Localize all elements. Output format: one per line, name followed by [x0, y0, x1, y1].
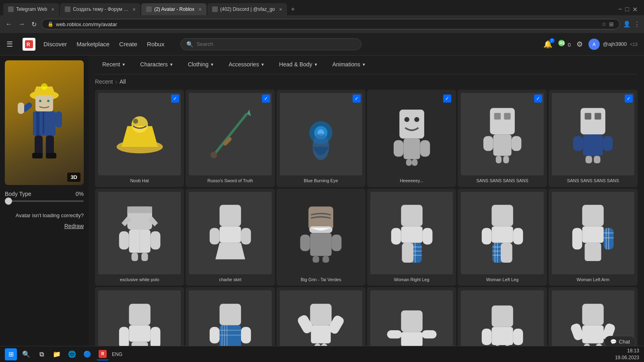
- tab-close[interactable]: ✕: [51, 7, 54, 12]
- svg-rect-78: [422, 228, 432, 245]
- taskbar-roblox-active[interactable]: R: [97, 348, 109, 360]
- svg-rect-133: [491, 327, 513, 345]
- item-toy-idle[interactable]: Toy Idle: [458, 287, 547, 351]
- tab-forum[interactable]: Создать тему - Форум социальн... ✕: [60, 3, 140, 15]
- item-blue-burning-eye[interactable]: ✓ Blue Burning Eye: [277, 90, 365, 187]
- close-button[interactable]: ✕: [632, 6, 638, 13]
- taskbar-chrome[interactable]: 🔵: [81, 348, 93, 360]
- item-woman-right-leg[interactable]: Woman Right Leg: [367, 189, 456, 286]
- minimize-button[interactable]: −: [618, 6, 622, 13]
- new-tab-button[interactable]: +: [288, 4, 298, 14]
- svg-rect-17: [32, 153, 43, 158]
- tab-discord[interactable]: (402) Discord | @sfaz_go ✕: [207, 3, 287, 15]
- item-name: Russo's Sword of Truth: [189, 178, 271, 183]
- nav-create[interactable]: Create: [119, 39, 137, 49]
- svg-rect-132: [491, 305, 513, 327]
- tab-clothing[interactable]: Clothing ▼: [181, 56, 221, 74]
- search-input[interactable]: [196, 41, 355, 47]
- item-toy-swim[interactable]: Toy Swim: [367, 287, 456, 351]
- item-woman-left-leg[interactable]: Woman Left Leg: [458, 189, 547, 286]
- tab-roblox[interactable]: (2) Avatar - Roblox ✕: [141, 3, 206, 15]
- tab-close[interactable]: ✕: [279, 7, 282, 12]
- tab-close[interactable]: ✕: [198, 7, 202, 12]
- item-woman-right-arm[interactable]: Woman Right Arm: [95, 287, 184, 351]
- hamburger-menu[interactable]: ☰: [6, 40, 13, 49]
- item-name: Heeeeeey...: [370, 178, 453, 183]
- taskbar-search[interactable]: 🔍: [20, 348, 32, 360]
- ssl-icon: 🔒: [47, 21, 54, 27]
- item-big-grin[interactable]: Big Grin - Tai Verdes: [277, 189, 365, 286]
- svg-rect-62: [131, 253, 138, 261]
- notification-badge: 7: [549, 38, 555, 43]
- nav-marketplace[interactable]: Marketplace: [76, 39, 109, 49]
- tab-recent[interactable]: Recent ▼: [95, 56, 133, 74]
- tab-label: Telegram Web: [16, 6, 47, 12]
- gear-button[interactable]: ⚙: [576, 40, 583, 49]
- extensions-icon[interactable]: ⊞: [609, 21, 614, 27]
- settings-icon[interactable]: ⋮: [634, 21, 640, 28]
- notifications-button[interactable]: 🔔 7: [543, 40, 552, 49]
- svg-rect-46: [496, 156, 502, 163]
- tab-telegram[interactable]: Telegram Web ✕: [3, 3, 59, 15]
- item-toy-climb[interactable]: Toy Climb: [277, 287, 365, 351]
- svg-rect-7: [35, 95, 53, 111]
- item-image: ✓: [370, 93, 453, 175]
- maximize-button[interactable]: □: [625, 6, 629, 13]
- bookmark-icon[interactable]: ☆: [601, 21, 607, 27]
- item-noob-hat[interactable]: ✓ Noob Hat: [95, 90, 184, 187]
- item-name: Woman Left Leg: [461, 277, 543, 282]
- nav-right: 🔔 7 R$ 0 ⚙ A @ajh3900 <13: [543, 39, 638, 50]
- tab-close[interactable]: ✕: [132, 7, 136, 12]
- svg-rect-55: [594, 156, 600, 163]
- item-image: [98, 192, 181, 274]
- robux-button[interactable]: R$ 0: [558, 39, 571, 49]
- taskbar-time-display: 18:13: [615, 348, 639, 354]
- item-name: Blue Burning Eye: [280, 178, 362, 183]
- item-woman-torso[interactable]: Woman Torso: [186, 287, 275, 351]
- back-button[interactable]: ←: [4, 19, 14, 29]
- nav-discover[interactable]: Discover: [43, 39, 67, 49]
- item-image: ✓: [280, 93, 362, 175]
- item-russo-sword[interactable]: ✓ Russo's Sword of Truth: [186, 90, 275, 187]
- forward-button[interactable]: →: [17, 19, 27, 29]
- svg-rect-106: [129, 304, 150, 325]
- tab-accessories[interactable]: Accessories ▼: [221, 56, 272, 74]
- item-heeeeeey[interactable]: ✓ Heeeeeey...: [367, 90, 456, 187]
- left-panel: 3D Body Type 0% Avatar isn't loading cor…: [0, 56, 89, 351]
- taskbar-edge[interactable]: 🌐: [66, 348, 78, 360]
- item-sans1[interactable]: ✓ SANS SANS SANS SANS: [458, 90, 547, 187]
- tab-favicon: [212, 6, 218, 12]
- item-check: ✓: [625, 95, 633, 103]
- svg-point-9: [47, 100, 50, 102]
- item-image: [461, 192, 543, 274]
- tab-head-body[interactable]: Head & Body ▼: [272, 56, 325, 74]
- breadcrumb-parent[interactable]: Recent: [95, 78, 113, 85]
- search-bar[interactable]: 🔍: [180, 38, 361, 50]
- taskbar-taskview[interactable]: ⧉: [35, 348, 47, 360]
- address-bar[interactable]: 🔒 web.roblox.com/my/avatar ☆ ⊞: [41, 19, 620, 29]
- profile-icon[interactable]: 👤: [623, 21, 631, 28]
- slider-thumb[interactable]: [5, 197, 12, 205]
- tab-animations[interactable]: Animations ▼: [325, 56, 373, 74]
- tab-clothing-arrow: ▼: [210, 62, 214, 67]
- nav-robux[interactable]: Robux: [147, 39, 164, 49]
- tab-animations-arrow: ▼: [362, 62, 366, 67]
- taskbar-start[interactable]: ⊞: [5, 348, 17, 360]
- tab-characters-arrow: ▼: [169, 62, 173, 67]
- svg-rect-36: [393, 140, 403, 156]
- item-exclusive-polo[interactable]: exclusive white polo: [95, 189, 184, 286]
- svg-rect-97: [582, 205, 604, 226]
- svg-rect-89: [513, 228, 523, 245]
- taskbar-file-explorer[interactable]: 📁: [51, 348, 63, 360]
- avatar-3d-label[interactable]: 3D: [67, 173, 80, 182]
- item-image: ✓: [461, 93, 543, 175]
- reload-button[interactable]: ↻: [30, 19, 38, 30]
- item-sans2[interactable]: ✓ SANS SANS SANS SANS: [549, 90, 638, 187]
- tab-characters[interactable]: Characters ▼: [133, 56, 180, 74]
- body-type-slider[interactable]: [5, 200, 84, 202]
- redraw-link[interactable]: Redraw: [5, 222, 84, 230]
- item-woman-left-arm[interactable]: Woman Left Arm: [549, 189, 638, 286]
- taskbar-lang: ENG: [112, 352, 122, 357]
- item-charlie-skirt[interactable]: charlie skirt: [186, 189, 275, 286]
- svg-rect-139: [582, 325, 604, 343]
